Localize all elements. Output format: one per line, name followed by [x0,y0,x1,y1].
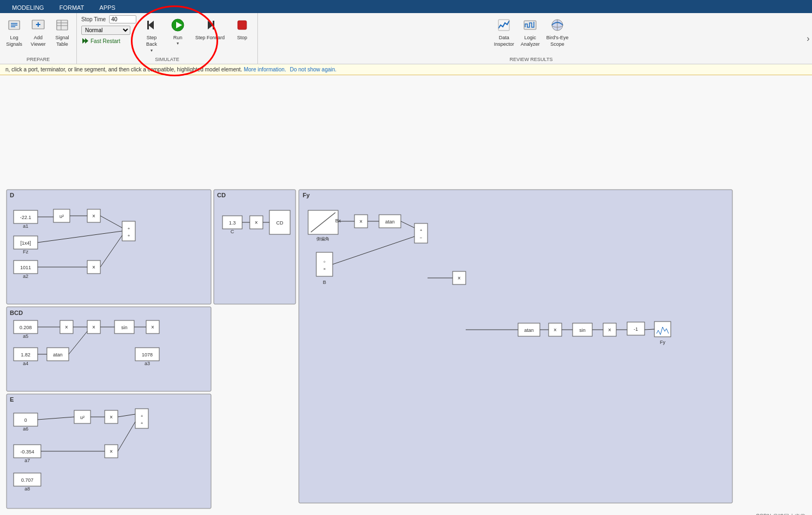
block-a2-rect [14,260,38,274]
block-sum-d-text2: + [128,233,130,238]
canvas-area: D BCD E CD Fy -22.1 a1 u² × [1x4] Fz + + [0,75,812,515]
block-cd-out-text: CD [276,220,284,226]
signal-table-button[interactable]: Signal Table [51,15,73,49]
subsystem-e-box [7,394,211,508]
info-bar-text: n, click a port, terminator, or line seg… [5,66,242,72]
stop-label: Stop [237,35,248,40]
block-mul-bcd1-text: × [65,324,68,330]
logic-analyzer-button[interactable]: Logic Analyzer [519,15,542,49]
block-a4-sublabel: a4 [23,361,28,366]
step-forward-icon [201,16,219,34]
block-a7-rect [14,445,41,458]
block-atan1-rect [379,215,401,228]
tab-format[interactable]: FORMAT [52,2,92,13]
wire-gain-scope [645,329,654,330]
signal-table-label: Signal Table [55,35,69,47]
block-a4-rect [14,348,38,361]
ribbon-group-prepare: Log Signals Add Viewer [0,13,77,64]
block-mul-e2-text: × [110,449,113,455]
wire-atan-mul2 [69,331,87,354]
block-a6-sublabel: a6 [23,426,28,432]
signal-table-icon [53,16,71,34]
subsystem-bcd-label: BCD [10,310,23,316]
wire-mul1-sum [100,216,122,228]
block-mul-fy2-text: × [458,275,461,281]
prepare-buttons: Log Signals Add Viewer [3,15,73,56]
block-a3-sublabel: a3 [145,361,150,366]
tab-modeling[interactable]: MODELING [4,2,52,13]
block-sum-d-rect [122,221,135,241]
block-a1-rect [14,210,38,223]
fast-restart-button[interactable]: Fast Restart [81,37,136,45]
step-back-button[interactable]: Step Back ▼ [141,15,163,53]
more-button[interactable]: › [804,13,812,64]
add-viewer-icon [29,16,47,34]
stop-button[interactable]: Stop [231,15,253,41]
data-inspector-label: Data Inspector [494,35,514,47]
wire-b-sum1 [333,237,414,264]
wire-mul-e1-sum [118,414,135,417]
block-a8-sublabel: a8 [25,486,30,492]
block-a7-sublabel: a7 [25,458,30,463]
more-info-link[interactable]: More information. [244,66,286,72]
block-a5-text: 0.208 [20,325,32,330]
svg-rect-14 [147,21,149,29]
block-sum-e-text2: + [141,421,143,426]
block-mul-e2-rect [105,445,118,458]
log-signals-button[interactable]: Log Signals [3,15,25,49]
step-forward-button[interactable]: Step Forward [193,15,227,41]
run-button[interactable]: Run ▼ [167,15,189,46]
block-sum-d-text: + [128,226,130,231]
block-sum-e-rect [135,409,148,428]
run-label: Run [173,35,183,40]
block-mul-bcd2-text: × [92,324,95,330]
block-atan-bcd-rect [47,348,69,361]
block-sideslip-line [311,213,335,232]
block-bx-mul-rect [354,215,368,228]
ribbon-group-simulate: Stop Time Normal Fast Restart [77,13,258,64]
block-bx-label: Bx [335,218,341,223]
simulate-content: Stop Time Normal Fast Restart [81,15,253,56]
block-a2-text: 1011 [20,265,31,270]
logic-analyzer-icon [521,16,539,34]
normal-row: Normal [81,26,136,35]
block-sum-fy1-rect [414,223,428,243]
block-fz-rect [14,236,38,249]
block-a5-sublabel: a5 [23,334,28,339]
step-back-icon [143,16,160,34]
toolbar-tabs: MODELING FORMAT APPS [0,0,812,13]
stop-time-label: Stop Time [81,16,106,22]
data-inspector-icon [495,16,513,34]
block-a5-rect [14,320,38,334]
block-sin-fy-rect [573,323,592,336]
prepare-label: PREPARE [3,56,73,64]
block-atan-bcd-text: atan [53,352,63,358]
subsystem-e-label: E [10,396,14,403]
block-a3-text: 1078 [142,352,153,358]
data-inspector-button[interactable]: Data Inspector [492,15,516,49]
stop-time-input[interactable] [109,15,136,23]
add-viewer-button[interactable]: Add Viewer [27,15,49,49]
fast-restart-label: Fast Restart [91,38,120,44]
block-cd-out-rect [269,210,290,234]
block-bx-mul-text: × [359,219,363,225]
block-sin-bcd-text: sin [121,325,128,330]
step-back-label: Step Back [146,35,157,47]
subsystem-bcd-box [7,307,211,391]
toolbar: MODELING FORMAT APPS Log Signal [0,0,812,64]
subsystem-fy-label: Fy [303,192,310,198]
birds-eye-button[interactable]: Bird's-Eye Scope [544,15,571,49]
block-c-rect [222,216,242,229]
birds-eye-icon [549,16,566,34]
do-not-show-link[interactable]: Do not show again. [290,66,337,72]
simulation-mode-select[interactable]: Normal [81,26,130,35]
svg-marker-17 [208,21,213,29]
block-mul-fy3-rect [549,323,562,336]
block-fz-text: [1x4] [20,240,31,246]
block-sideslip-rect [308,210,338,234]
wire-atan1-sum1 [401,221,414,228]
block-scope-rect [654,322,671,337]
tab-apps[interactable]: APPS [92,2,123,13]
block-mul-bcd2-rect [87,320,100,334]
stoptime-row: Stop Time [81,15,136,23]
